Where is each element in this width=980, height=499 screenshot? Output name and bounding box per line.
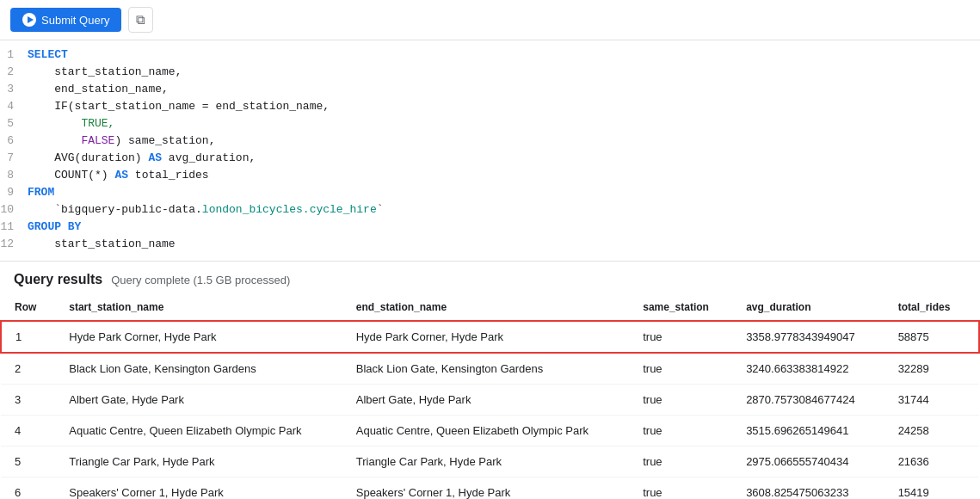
code-line: 6 FALSE) same_station,	[0, 133, 980, 151]
cell-total-rides: 15419	[884, 477, 979, 500]
line-number: 12	[0, 237, 28, 250]
line-number: 9	[0, 186, 28, 199]
table-row: 5Triangle Car Park, Hyde ParkTriangle Ca…	[1, 447, 979, 477]
table-row: 1Hyde Park Corner, Hyde ParkHyde Park Co…	[1, 321, 979, 353]
cell-end-station: Speakers' Corner 1, Hyde Park	[342, 477, 629, 500]
col-header-avg: avg_duration	[732, 294, 884, 321]
cell-avg-duration: 3608.825475063233	[732, 477, 884, 500]
results-table: Row start_station_name end_station_name …	[0, 294, 980, 499]
copy-button[interactable]: ⧉	[128, 7, 153, 33]
cell-end-station: Black Lion Gate, Kensington Gardens	[342, 353, 629, 385]
cell-start-station: Aquatic Centre, Queen Elizabeth Olympic …	[55, 416, 342, 447]
results-header: Query results Query complete (1.5 GB pro…	[0, 262, 980, 294]
cell-row-num: 5	[1, 447, 55, 477]
cell-start-station: Speakers' Corner 1, Hyde Park	[55, 477, 342, 500]
line-number: 2	[0, 65, 28, 78]
code-token: london_bicycles.cycle_hire	[202, 203, 377, 216]
col-header-start: start_station_name	[55, 294, 342, 321]
cell-end-station: Triangle Car Park, Hyde Park	[342, 447, 629, 477]
code-line: 7 AVG(duration) AS avg_duration,	[0, 151, 980, 168]
code-token: total_rides	[128, 169, 209, 182]
code-token: ) same_station,	[114, 134, 215, 147]
cell-end-station: Hyde Park Corner, Hyde Park	[342, 321, 629, 353]
col-header-end: end_station_name	[342, 294, 629, 321]
play-icon	[22, 13, 36, 27]
line-number: 11	[0, 220, 28, 233]
cell-same-station: true	[629, 321, 732, 353]
code-token: start_station_name	[28, 237, 176, 250]
code-line: 12 start_station_name	[0, 237, 980, 254]
cell-same-station: true	[629, 447, 732, 477]
code-token: AS	[114, 169, 128, 182]
code-token: COUNT(*)	[28, 169, 114, 182]
code-token: avg_duration,	[162, 151, 256, 164]
cell-same-station: true	[629, 477, 732, 500]
cell-start-station: Black Lion Gate, Kensington Gardens	[55, 353, 342, 385]
code-line: 10 `bigquery-public-data.london_bicycles…	[0, 202, 980, 219]
submit-label: Submit Query	[41, 14, 109, 27]
cell-total-rides: 32289	[884, 353, 979, 385]
line-number: 4	[0, 100, 28, 113]
col-header-row: Row	[1, 294, 55, 321]
code-token: `bigquery-public-data.	[28, 203, 202, 216]
cell-total-rides: 24258	[884, 416, 979, 447]
code-line: 5 TRUE,	[0, 116, 980, 133]
cell-avg-duration: 3240.663383814922	[732, 353, 884, 385]
line-number: 5	[0, 117, 28, 130]
cell-row-num: 3	[1, 385, 55, 416]
code-token: TRUE,	[28, 117, 114, 130]
table-row: 3Albert Gate, Hyde ParkAlbert Gate, Hyde…	[1, 385, 979, 416]
submit-query-button[interactable]: Submit Query	[10, 8, 121, 32]
code-token: FALSE	[28, 134, 114, 147]
cell-row-num: 4	[1, 416, 55, 447]
cell-start-station: Triangle Car Park, Hyde Park	[55, 447, 342, 477]
code-line: 11GROUP BY	[0, 219, 980, 237]
cell-avg-duration: 3515.696265149641	[732, 416, 884, 447]
code-token: IF(start_station_name = end_station_name…	[28, 100, 330, 113]
cell-total-rides: 58875	[884, 321, 979, 353]
code-editor: 1SELECT2 start_station_name,3 end_statio…	[0, 40, 980, 262]
cell-same-station: true	[629, 416, 732, 447]
code-token: end_station_name,	[28, 83, 169, 95]
code-line: 8 COUNT(*) AS total_rides	[0, 168, 980, 185]
results-table-container: Row start_station_name end_station_name …	[0, 294, 980, 499]
code-token: SELECT	[28, 48, 68, 61]
table-row: 2Black Lion Gate, Kensington GardensBlac…	[1, 353, 979, 385]
cell-row-num: 6	[1, 477, 55, 500]
results-title: Query results	[14, 272, 102, 287]
table-row: 4Aquatic Centre, Queen Elizabeth Olympic…	[1, 416, 979, 447]
cell-same-station: true	[629, 353, 732, 385]
code-line: 2 start_station_name,	[0, 65, 980, 82]
code-line: 4 IF(start_station_name = end_station_na…	[0, 99, 980, 116]
cell-avg-duration: 2870.7573084677424	[732, 385, 884, 416]
line-number: 10	[0, 203, 28, 216]
cell-avg-duration: 2975.066555740434	[732, 447, 884, 477]
code-token: AS	[148, 151, 162, 164]
code-line: 1SELECT	[0, 47, 980, 65]
col-header-same: same_station	[629, 294, 732, 321]
cell-end-station: Albert Gate, Hyde Park	[342, 385, 629, 416]
line-number: 8	[0, 169, 28, 182]
cell-total-rides: 31744	[884, 385, 979, 416]
code-line: 3 end_station_name,	[0, 82, 980, 99]
cell-end-station: Aquatic Centre, Queen Elizabeth Olympic …	[342, 416, 629, 447]
code-token: AVG(duration)	[28, 151, 148, 164]
line-number: 1	[0, 48, 28, 61]
col-header-total: total_rides	[884, 294, 979, 321]
line-number: 7	[0, 151, 28, 164]
code-token: `	[377, 203, 384, 216]
code-token: GROUP BY	[28, 220, 81, 233]
code-token: start_station_name,	[28, 65, 182, 78]
cell-row-num: 1	[1, 321, 55, 353]
cell-same-station: true	[629, 385, 732, 416]
table-row: 6Speakers' Corner 1, Hyde ParkSpeakers' …	[1, 477, 979, 500]
line-number: 3	[0, 83, 28, 95]
line-number: 6	[0, 134, 28, 147]
cell-row-num: 2	[1, 353, 55, 385]
toolbar: Submit Query ⧉	[0, 0, 980, 40]
code-line: 9FROM	[0, 185, 980, 202]
cell-start-station: Hyde Park Corner, Hyde Park	[55, 321, 342, 353]
table-header-row: Row start_station_name end_station_name …	[1, 294, 979, 321]
code-token: FROM	[28, 186, 54, 199]
cell-avg-duration: 3358.9778343949047	[732, 321, 884, 353]
